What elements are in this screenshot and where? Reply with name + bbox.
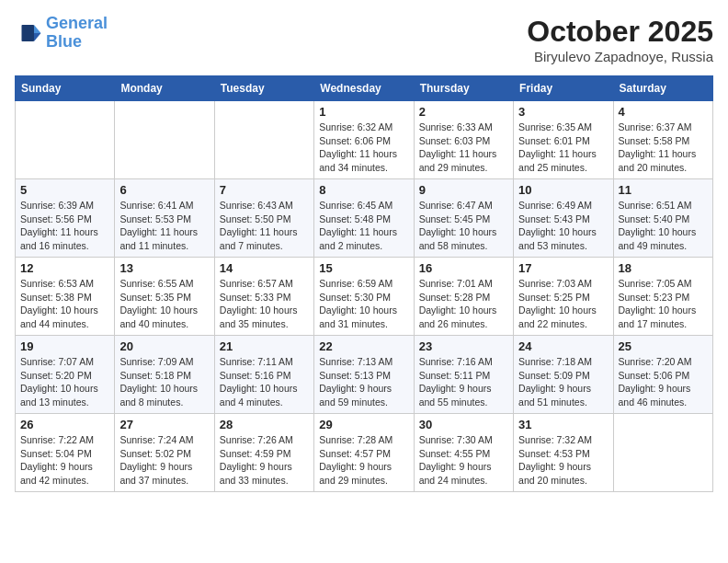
weekday-header: Saturday <box>613 76 712 101</box>
day-info: Sunrise: 7:30 AM Sunset: 4:55 PM Dayligh… <box>419 433 508 488</box>
day-info: Sunrise: 6:37 AM Sunset: 5:58 PM Dayligh… <box>619 121 708 175</box>
calendar-cell <box>613 414 712 492</box>
day-info: Sunrise: 7:26 AM Sunset: 4:59 PM Dayligh… <box>220 433 309 488</box>
day-info: Sunrise: 6:47 AM Sunset: 5:45 PM Dayligh… <box>419 199 508 253</box>
day-info: Sunrise: 6:57 AM Sunset: 5:33 PM Dayligh… <box>220 277 309 331</box>
calendar-cell: 12Sunrise: 6:53 AM Sunset: 5:38 PM Dayli… <box>16 258 115 336</box>
day-number: 11 <box>619 183 708 197</box>
title-section: October 2025 Biryulevo Zapadnoye, Russia <box>527 15 713 64</box>
calendar-cell: 18Sunrise: 7:05 AM Sunset: 5:23 PM Dayli… <box>613 258 712 336</box>
week-row: 26Sunrise: 7:22 AM Sunset: 5:04 PM Dayli… <box>16 414 713 492</box>
day-info: Sunrise: 7:20 AM Sunset: 5:06 PM Dayligh… <box>619 355 708 409</box>
weekday-header: Friday <box>514 76 613 101</box>
day-number: 21 <box>220 339 309 353</box>
calendar-cell: 3Sunrise: 6:35 AM Sunset: 6:01 PM Daylig… <box>514 101 613 179</box>
day-number: 22 <box>319 339 408 353</box>
day-number: 15 <box>319 261 408 275</box>
day-number: 31 <box>518 418 608 431</box>
calendar-cell: 31Sunrise: 7:32 AM Sunset: 4:53 PM Dayli… <box>514 414 613 492</box>
day-number: 9 <box>419 183 508 197</box>
calendar-cell: 30Sunrise: 7:30 AM Sunset: 4:55 PM Dayli… <box>414 414 513 492</box>
calendar-cell: 11Sunrise: 6:51 AM Sunset: 5:40 PM Dayli… <box>613 179 712 258</box>
day-number: 6 <box>119 183 209 197</box>
weekday-header-row: SundayMondayTuesdayWednesdayThursdayFrid… <box>16 76 713 101</box>
day-number: 1 <box>319 105 408 119</box>
week-row: 12Sunrise: 6:53 AM Sunset: 5:38 PM Dayli… <box>16 258 713 336</box>
calendar-cell: 23Sunrise: 7:16 AM Sunset: 5:11 PM Dayli… <box>414 336 513 414</box>
calendar-cell: 17Sunrise: 7:03 AM Sunset: 5:25 PM Dayli… <box>514 258 613 336</box>
week-row: 19Sunrise: 7:07 AM Sunset: 5:20 PM Dayli… <box>16 336 713 414</box>
day-info: Sunrise: 6:49 AM Sunset: 5:43 PM Dayligh… <box>518 199 608 253</box>
calendar-cell: 26Sunrise: 7:22 AM Sunset: 5:04 PM Dayli… <box>16 414 115 492</box>
day-info: Sunrise: 6:45 AM Sunset: 5:48 PM Dayligh… <box>319 199 408 253</box>
day-number: 28 <box>220 418 309 431</box>
day-info: Sunrise: 7:13 AM Sunset: 5:13 PM Dayligh… <box>319 355 408 409</box>
calendar-cell: 20Sunrise: 7:09 AM Sunset: 5:18 PM Dayli… <box>115 336 214 414</box>
day-info: Sunrise: 7:22 AM Sunset: 5:04 PM Dayligh… <box>20 433 109 488</box>
day-number: 27 <box>119 418 209 431</box>
day-info: Sunrise: 6:33 AM Sunset: 6:03 PM Dayligh… <box>419 121 508 175</box>
day-number: 2 <box>419 105 508 119</box>
day-number: 13 <box>119 261 209 275</box>
weekday-header: Thursday <box>414 76 513 101</box>
calendar-cell <box>214 101 313 179</box>
day-info: Sunrise: 6:59 AM Sunset: 5:30 PM Dayligh… <box>319 277 408 331</box>
day-number: 25 <box>619 339 708 353</box>
calendar-cell: 24Sunrise: 7:18 AM Sunset: 5:09 PM Dayli… <box>514 336 613 414</box>
day-number: 5 <box>20 183 109 197</box>
calendar-cell: 28Sunrise: 7:26 AM Sunset: 4:59 PM Dayli… <box>214 414 313 492</box>
page-header: General Blue October 2025 Biryulevo Zapa… <box>15 15 713 64</box>
day-number: 12 <box>20 261 109 275</box>
svg-marker-1 <box>34 33 41 41</box>
logo-text: General Blue <box>46 15 108 52</box>
day-number: 18 <box>619 261 708 275</box>
calendar-cell: 6Sunrise: 6:41 AM Sunset: 5:53 PM Daylig… <box>115 179 214 258</box>
day-info: Sunrise: 6:41 AM Sunset: 5:53 PM Dayligh… <box>119 199 209 253</box>
svg-rect-2 <box>22 25 35 41</box>
calendar-cell: 13Sunrise: 6:55 AM Sunset: 5:35 PM Dayli… <box>115 258 214 336</box>
svg-marker-0 <box>34 25 41 33</box>
calendar-cell: 9Sunrise: 6:47 AM Sunset: 5:45 PM Daylig… <box>414 179 513 258</box>
day-info: Sunrise: 6:35 AM Sunset: 6:01 PM Dayligh… <box>518 121 608 175</box>
calendar-cell: 10Sunrise: 6:49 AM Sunset: 5:43 PM Dayli… <box>514 179 613 258</box>
day-number: 14 <box>220 261 309 275</box>
day-info: Sunrise: 7:11 AM Sunset: 5:16 PM Dayligh… <box>220 355 309 409</box>
day-number: 19 <box>20 339 109 353</box>
calendar-cell: 27Sunrise: 7:24 AM Sunset: 5:02 PM Dayli… <box>115 414 214 492</box>
day-info: Sunrise: 6:32 AM Sunset: 6:06 PM Dayligh… <box>319 121 408 175</box>
day-number: 30 <box>419 418 508 431</box>
week-row: 1Sunrise: 6:32 AM Sunset: 6:06 PM Daylig… <box>16 101 713 179</box>
weekday-header: Wednesday <box>314 76 414 101</box>
day-number: 3 <box>518 105 608 119</box>
calendar-cell: 1Sunrise: 6:32 AM Sunset: 6:06 PM Daylig… <box>314 101 414 179</box>
calendar-cell: 19Sunrise: 7:07 AM Sunset: 5:20 PM Dayli… <box>16 336 115 414</box>
day-info: Sunrise: 7:03 AM Sunset: 5:25 PM Dayligh… <box>518 277 608 331</box>
day-number: 20 <box>119 339 209 353</box>
day-number: 4 <box>619 105 708 119</box>
calendar-cell: 25Sunrise: 7:20 AM Sunset: 5:06 PM Dayli… <box>613 336 712 414</box>
day-info: Sunrise: 6:53 AM Sunset: 5:38 PM Dayligh… <box>20 277 109 331</box>
logo-icon <box>15 19 42 47</box>
weekday-header: Tuesday <box>214 76 313 101</box>
day-number: 26 <box>20 418 109 431</box>
calendar-cell: 4Sunrise: 6:37 AM Sunset: 5:58 PM Daylig… <box>613 101 712 179</box>
calendar-cell: 8Sunrise: 6:45 AM Sunset: 5:48 PM Daylig… <box>314 179 414 258</box>
day-info: Sunrise: 7:09 AM Sunset: 5:18 PM Dayligh… <box>119 355 209 409</box>
calendar-table: SundayMondayTuesdayWednesdayThursdayFrid… <box>15 75 713 492</box>
day-number: 29 <box>319 418 408 431</box>
calendar-cell: 16Sunrise: 7:01 AM Sunset: 5:28 PM Dayli… <box>414 258 513 336</box>
calendar-cell: 5Sunrise: 6:39 AM Sunset: 5:56 PM Daylig… <box>16 179 115 258</box>
day-info: Sunrise: 6:39 AM Sunset: 5:56 PM Dayligh… <box>20 199 109 253</box>
day-info: Sunrise: 7:28 AM Sunset: 4:57 PM Dayligh… <box>319 433 408 488</box>
day-number: 16 <box>419 261 508 275</box>
day-info: Sunrise: 6:55 AM Sunset: 5:35 PM Dayligh… <box>119 277 209 331</box>
day-number: 10 <box>518 183 608 197</box>
calendar-cell: 2Sunrise: 6:33 AM Sunset: 6:03 PM Daylig… <box>414 101 513 179</box>
day-info: Sunrise: 7:24 AM Sunset: 5:02 PM Dayligh… <box>119 433 209 488</box>
logo: General Blue <box>15 15 108 52</box>
day-info: Sunrise: 7:18 AM Sunset: 5:09 PM Dayligh… <box>518 355 608 409</box>
day-number: 17 <box>518 261 608 275</box>
week-row: 5Sunrise: 6:39 AM Sunset: 5:56 PM Daylig… <box>16 179 713 258</box>
calendar-cell: 21Sunrise: 7:11 AM Sunset: 5:16 PM Dayli… <box>214 336 313 414</box>
calendar-cell <box>16 101 115 179</box>
